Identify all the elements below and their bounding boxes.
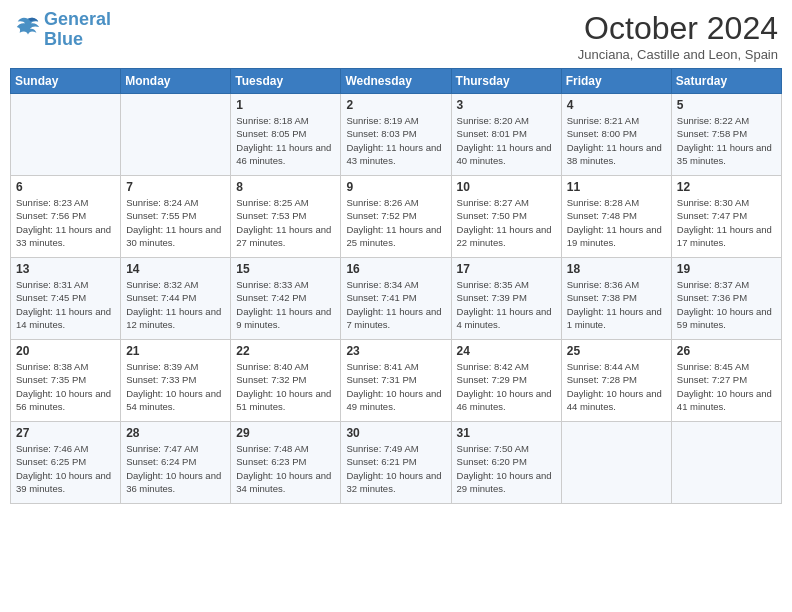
calendar-cell: 12Sunrise: 8:30 AM Sunset: 7:47 PM Dayli… xyxy=(671,176,781,258)
day-info: Sunrise: 8:25 AM Sunset: 7:53 PM Dayligh… xyxy=(236,196,335,249)
week-row-3: 13Sunrise: 8:31 AM Sunset: 7:45 PM Dayli… xyxy=(11,258,782,340)
calendar-cell: 29Sunrise: 7:48 AM Sunset: 6:23 PM Dayli… xyxy=(231,422,341,504)
day-info: Sunrise: 7:46 AM Sunset: 6:25 PM Dayligh… xyxy=(16,442,115,495)
title-block: October 2024 Junciana, Castille and Leon… xyxy=(578,10,778,62)
header-cell-sunday: Sunday xyxy=(11,69,121,94)
calendar-cell xyxy=(671,422,781,504)
day-info: Sunrise: 8:28 AM Sunset: 7:48 PM Dayligh… xyxy=(567,196,666,249)
day-info: Sunrise: 8:35 AM Sunset: 7:39 PM Dayligh… xyxy=(457,278,556,331)
location-subtitle: Junciana, Castille and Leon, Spain xyxy=(578,47,778,62)
day-info: Sunrise: 8:18 AM Sunset: 8:05 PM Dayligh… xyxy=(236,114,335,167)
day-info: Sunrise: 8:32 AM Sunset: 7:44 PM Dayligh… xyxy=(126,278,225,331)
day-info: Sunrise: 8:31 AM Sunset: 7:45 PM Dayligh… xyxy=(16,278,115,331)
week-row-2: 6Sunrise: 8:23 AM Sunset: 7:56 PM Daylig… xyxy=(11,176,782,258)
calendar-cell: 16Sunrise: 8:34 AM Sunset: 7:41 PM Dayli… xyxy=(341,258,451,340)
calendar-cell: 22Sunrise: 8:40 AM Sunset: 7:32 PM Dayli… xyxy=(231,340,341,422)
day-info: Sunrise: 8:34 AM Sunset: 7:41 PM Dayligh… xyxy=(346,278,445,331)
header-cell-monday: Monday xyxy=(121,69,231,94)
calendar-cell: 10Sunrise: 8:27 AM Sunset: 7:50 PM Dayli… xyxy=(451,176,561,258)
calendar-cell: 5Sunrise: 8:22 AM Sunset: 7:58 PM Daylig… xyxy=(671,94,781,176)
calendar-cell xyxy=(11,94,121,176)
calendar-cell: 31Sunrise: 7:50 AM Sunset: 6:20 PM Dayli… xyxy=(451,422,561,504)
day-number: 25 xyxy=(567,344,666,358)
day-number: 2 xyxy=(346,98,445,112)
calendar-cell: 6Sunrise: 8:23 AM Sunset: 7:56 PM Daylig… xyxy=(11,176,121,258)
header-cell-tuesday: Tuesday xyxy=(231,69,341,94)
day-info: Sunrise: 8:37 AM Sunset: 7:36 PM Dayligh… xyxy=(677,278,776,331)
day-number: 1 xyxy=(236,98,335,112)
day-info: Sunrise: 7:47 AM Sunset: 6:24 PM Dayligh… xyxy=(126,442,225,495)
calendar-cell: 21Sunrise: 8:39 AM Sunset: 7:33 PM Dayli… xyxy=(121,340,231,422)
day-number: 11 xyxy=(567,180,666,194)
month-title: October 2024 xyxy=(578,10,778,47)
day-info: Sunrise: 8:41 AM Sunset: 7:31 PM Dayligh… xyxy=(346,360,445,413)
day-number: 8 xyxy=(236,180,335,194)
day-info: Sunrise: 7:49 AM Sunset: 6:21 PM Dayligh… xyxy=(346,442,445,495)
day-number: 27 xyxy=(16,426,115,440)
day-number: 9 xyxy=(346,180,445,194)
week-row-1: 1Sunrise: 8:18 AM Sunset: 8:05 PM Daylig… xyxy=(11,94,782,176)
day-info: Sunrise: 8:40 AM Sunset: 7:32 PM Dayligh… xyxy=(236,360,335,413)
day-info: Sunrise: 8:42 AM Sunset: 7:29 PM Dayligh… xyxy=(457,360,556,413)
day-info: Sunrise: 8:20 AM Sunset: 8:01 PM Dayligh… xyxy=(457,114,556,167)
day-number: 13 xyxy=(16,262,115,276)
calendar-cell: 17Sunrise: 8:35 AM Sunset: 7:39 PM Dayli… xyxy=(451,258,561,340)
calendar-cell: 13Sunrise: 8:31 AM Sunset: 7:45 PM Dayli… xyxy=(11,258,121,340)
day-info: Sunrise: 8:30 AM Sunset: 7:47 PM Dayligh… xyxy=(677,196,776,249)
day-info: Sunrise: 8:21 AM Sunset: 8:00 PM Dayligh… xyxy=(567,114,666,167)
calendar-cell xyxy=(561,422,671,504)
day-number: 20 xyxy=(16,344,115,358)
calendar-cell: 18Sunrise: 8:36 AM Sunset: 7:38 PM Dayli… xyxy=(561,258,671,340)
day-number: 19 xyxy=(677,262,776,276)
page-header: General Blue October 2024 Junciana, Cast… xyxy=(10,10,782,62)
calendar-header: SundayMondayTuesdayWednesdayThursdayFrid… xyxy=(11,69,782,94)
calendar-cell: 7Sunrise: 8:24 AM Sunset: 7:55 PM Daylig… xyxy=(121,176,231,258)
day-number: 22 xyxy=(236,344,335,358)
calendar-cell: 19Sunrise: 8:37 AM Sunset: 7:36 PM Dayli… xyxy=(671,258,781,340)
header-cell-thursday: Thursday xyxy=(451,69,561,94)
calendar-body: 1Sunrise: 8:18 AM Sunset: 8:05 PM Daylig… xyxy=(11,94,782,504)
week-row-5: 27Sunrise: 7:46 AM Sunset: 6:25 PM Dayli… xyxy=(11,422,782,504)
header-cell-friday: Friday xyxy=(561,69,671,94)
calendar-table: SundayMondayTuesdayWednesdayThursdayFrid… xyxy=(10,68,782,504)
calendar-cell: 8Sunrise: 8:25 AM Sunset: 7:53 PM Daylig… xyxy=(231,176,341,258)
header-cell-saturday: Saturday xyxy=(671,69,781,94)
header-row: SundayMondayTuesdayWednesdayThursdayFrid… xyxy=(11,69,782,94)
day-number: 12 xyxy=(677,180,776,194)
day-number: 26 xyxy=(677,344,776,358)
day-info: Sunrise: 7:50 AM Sunset: 6:20 PM Dayligh… xyxy=(457,442,556,495)
day-number: 30 xyxy=(346,426,445,440)
day-info: Sunrise: 8:27 AM Sunset: 7:50 PM Dayligh… xyxy=(457,196,556,249)
day-number: 10 xyxy=(457,180,556,194)
logo-text: General Blue xyxy=(44,10,111,50)
day-info: Sunrise: 8:36 AM Sunset: 7:38 PM Dayligh… xyxy=(567,278,666,331)
calendar-cell: 24Sunrise: 8:42 AM Sunset: 7:29 PM Dayli… xyxy=(451,340,561,422)
calendar-cell: 3Sunrise: 8:20 AM Sunset: 8:01 PM Daylig… xyxy=(451,94,561,176)
day-info: Sunrise: 8:23 AM Sunset: 7:56 PM Dayligh… xyxy=(16,196,115,249)
day-number: 18 xyxy=(567,262,666,276)
day-number: 31 xyxy=(457,426,556,440)
calendar-cell: 20Sunrise: 8:38 AM Sunset: 7:35 PM Dayli… xyxy=(11,340,121,422)
day-info: Sunrise: 8:44 AM Sunset: 7:28 PM Dayligh… xyxy=(567,360,666,413)
day-number: 24 xyxy=(457,344,556,358)
calendar-cell: 14Sunrise: 8:32 AM Sunset: 7:44 PM Dayli… xyxy=(121,258,231,340)
day-info: Sunrise: 8:19 AM Sunset: 8:03 PM Dayligh… xyxy=(346,114,445,167)
calendar-cell: 27Sunrise: 7:46 AM Sunset: 6:25 PM Dayli… xyxy=(11,422,121,504)
day-info: Sunrise: 8:33 AM Sunset: 7:42 PM Dayligh… xyxy=(236,278,335,331)
week-row-4: 20Sunrise: 8:38 AM Sunset: 7:35 PM Dayli… xyxy=(11,340,782,422)
day-number: 6 xyxy=(16,180,115,194)
calendar-cell: 30Sunrise: 7:49 AM Sunset: 6:21 PM Dayli… xyxy=(341,422,451,504)
day-info: Sunrise: 7:48 AM Sunset: 6:23 PM Dayligh… xyxy=(236,442,335,495)
day-number: 4 xyxy=(567,98,666,112)
day-info: Sunrise: 8:38 AM Sunset: 7:35 PM Dayligh… xyxy=(16,360,115,413)
day-info: Sunrise: 8:24 AM Sunset: 7:55 PM Dayligh… xyxy=(126,196,225,249)
day-number: 15 xyxy=(236,262,335,276)
day-info: Sunrise: 8:45 AM Sunset: 7:27 PM Dayligh… xyxy=(677,360,776,413)
day-info: Sunrise: 8:26 AM Sunset: 7:52 PM Dayligh… xyxy=(346,196,445,249)
day-number: 5 xyxy=(677,98,776,112)
logo-icon xyxy=(14,14,42,42)
logo: General Blue xyxy=(14,10,111,50)
calendar-cell: 1Sunrise: 8:18 AM Sunset: 8:05 PM Daylig… xyxy=(231,94,341,176)
day-number: 28 xyxy=(126,426,225,440)
calendar-cell: 15Sunrise: 8:33 AM Sunset: 7:42 PM Dayli… xyxy=(231,258,341,340)
